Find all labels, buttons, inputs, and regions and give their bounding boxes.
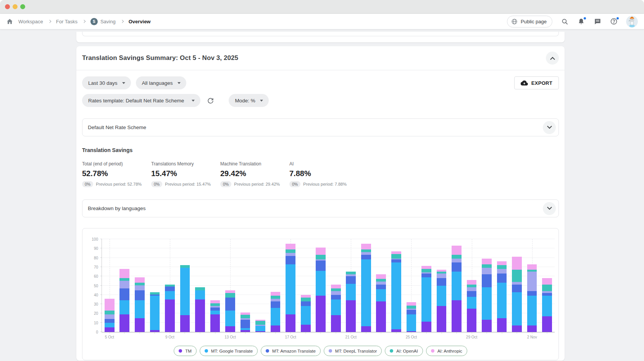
breadcrumb-overview[interactable]: Overview — [129, 19, 151, 24]
bar-segment-ai-anthropic[interactable] — [361, 244, 371, 249]
bar-segment-tm[interactable] — [391, 329, 401, 332]
export-button[interactable]: EXPORT — [514, 76, 559, 89]
bar-segment-tm[interactable] — [512, 325, 522, 332]
bar-segment-ai-openai[interactable] — [452, 255, 462, 259]
bar-segment-tm[interactable] — [482, 320, 492, 332]
bar-segment-ai-openai[interactable] — [210, 303, 220, 306]
chat-icon[interactable] — [593, 17, 602, 26]
bar-segment-tm[interactable] — [452, 300, 462, 332]
bar-segment-ai-anthropic[interactable] — [316, 248, 326, 255]
bar-segment-mt-google-translate[interactable] — [361, 259, 371, 326]
bar-segment-mt-amazon-translate[interactable] — [391, 259, 401, 262]
bar-segment-mt-amazon-translate[interactable] — [542, 293, 552, 296]
bar-segment-tm[interactable] — [437, 306, 447, 332]
bar-segment-ai-anthropic[interactable] — [286, 244, 295, 249]
bar-segment-ai-openai[interactable] — [512, 270, 522, 282]
bar-segment-mt-amazon-translate[interactable] — [346, 276, 356, 283]
bar-segment-mt-amazon-translate[interactable] — [376, 285, 386, 289]
bar-segment-ai-anthropic[interactable] — [482, 259, 492, 264]
breadcrumb-saving[interactable]: S Saving — [90, 18, 116, 25]
bar-segment-ai-anthropic[interactable] — [391, 251, 401, 254]
bar-segment-ai-anthropic[interactable] — [225, 290, 235, 293]
bar-segment-ai-openai[interactable] — [497, 265, 507, 269]
bar-segment-ai-anthropic[interactable] — [467, 280, 477, 285]
bar-segment-mt-google-translate[interactable] — [376, 289, 386, 301]
bar-segment-tm[interactable] — [301, 325, 311, 332]
bar-segment-ai-openai[interactable] — [407, 306, 416, 309]
bar-segment-mt-google-translate[interactable] — [180, 268, 190, 315]
bar-segment-mt-deepl-translator[interactable] — [437, 274, 447, 278]
bar-segment-mt-google-translate[interactable] — [316, 271, 326, 296]
bar-segment-ai-anthropic[interactable] — [105, 299, 115, 311]
bar-segment-mt-google-translate[interactable] — [527, 296, 537, 325]
bar-segment-mt-amazon-translate[interactable] — [286, 256, 295, 264]
bar-segment-mt-amazon-translate[interactable] — [361, 255, 371, 259]
bar-segment-mt-amazon-translate[interactable] — [407, 310, 416, 314]
bar-segment-mt-deepl-translator[interactable] — [105, 314, 115, 319]
bar-segment-mt-deepl-translator[interactable] — [271, 299, 281, 301]
bar-segment-mt-google-translate[interactable] — [542, 296, 552, 316]
bar-segment-mt-google-translate[interactable] — [255, 326, 265, 331]
bar-segment-mt-amazon-translate[interactable] — [210, 308, 220, 311]
bar-segment-tm[interactable] — [240, 330, 250, 332]
bar-segment-mt-google-translate[interactable] — [135, 300, 145, 318]
bar-segment-ai-anthropic[interactable] — [407, 302, 416, 306]
bar-segment-mt-deepl-translator[interactable] — [119, 281, 129, 288]
bar-segment-ai-openai[interactable] — [301, 298, 311, 301]
search-icon[interactable] — [560, 17, 569, 26]
notifications-bell-icon[interactable] — [577, 17, 585, 26]
mode-dropdown[interactable]: Mode: % — [229, 94, 268, 107]
legend-item-mt-google-translate[interactable]: MT: Google Translate — [200, 346, 258, 356]
bar-segment-mt-deepl-translator[interactable] — [512, 282, 522, 285]
bar-segment-ai-openai[interactable] — [105, 311, 115, 314]
bar-segment-mt-google-translate[interactable] — [437, 286, 447, 306]
bar-segment-ai-anthropic[interactable] — [452, 246, 462, 255]
bar-segment-mt-amazon-translate[interactable] — [437, 278, 447, 285]
bar-segment-mt-amazon-translate[interactable] — [240, 320, 250, 328]
legend-item-tm[interactable]: TM — [174, 346, 197, 356]
bar-segment-ai-anthropic[interactable] — [271, 292, 281, 296]
public-page-button[interactable]: Public page — [507, 16, 552, 28]
expand-rate-scheme-button[interactable] — [543, 121, 556, 134]
bar-segment-ai-anthropic[interactable] — [497, 261, 507, 265]
bar-segment-ai-anthropic[interactable] — [210, 300, 220, 303]
bar-segment-mt-deepl-translator[interactable] — [527, 272, 537, 291]
bar-segment-mt-google-translate[interactable] — [150, 296, 160, 330]
bar-segment-mt-deepl-translator[interactable] — [135, 285, 145, 290]
bar-segment-tm[interactable] — [497, 318, 507, 332]
bar-segment-mt-deepl-translator[interactable] — [361, 252, 371, 255]
bar-segment-mt-deepl-translator[interactable] — [331, 291, 341, 295]
breadcrumb-workspace[interactable]: Workspace — [18, 19, 43, 24]
bar-segment-ai-anthropic[interactable] — [512, 257, 522, 270]
bar-segment-ai-openai[interactable] — [467, 285, 477, 287]
bar-segment-mt-google-translate[interactable] — [286, 264, 295, 314]
bar-segment-mt-google-translate[interactable] — [452, 272, 462, 300]
bar-segment-tm[interactable] — [150, 330, 160, 332]
bar-segment-ai-anthropic[interactable] — [421, 266, 431, 269]
bar-segment-ai-openai[interactable] — [135, 283, 145, 285]
collapse-section-button[interactable] — [546, 52, 559, 65]
bar-segment-mt-google-translate[interactable] — [301, 306, 311, 325]
expand-breakdown-button[interactable] — [543, 202, 556, 215]
user-avatar[interactable] — [626, 16, 638, 28]
bar-segment-ai-openai[interactable] — [316, 255, 326, 259]
bar-segment-tm[interactable] — [180, 315, 190, 332]
bar-segment-mt-amazon-translate[interactable] — [421, 274, 431, 277]
bar-segment-ai-openai[interactable] — [180, 265, 190, 268]
bar-segment-mt-google-translate[interactable] — [467, 297, 477, 309]
close-window-button[interactable] — [5, 4, 10, 9]
bar-segment-ai-openai[interactable] — [482, 264, 492, 268]
bar-segment-ai-openai[interactable] — [119, 278, 129, 281]
bar-segment-ai-openai[interactable] — [391, 254, 401, 259]
bar-segment-mt-amazon-translate[interactable] — [527, 291, 537, 296]
bar-segment-ai-openai[interactable] — [255, 321, 265, 325]
legend-item-mt-amazon-translate[interactable]: MT: Amazon Translate — [261, 346, 321, 356]
bar-segment-tm[interactable] — [467, 309, 477, 332]
bar-segment-mt-google-translate[interactable] — [119, 300, 129, 314]
bar-segment-tm[interactable] — [542, 316, 552, 332]
bar-segment-mt-google-translate[interactable] — [482, 287, 492, 320]
refresh-button[interactable] — [205, 96, 215, 105]
bar-segment-tm[interactable] — [407, 331, 416, 332]
zoom-window-button[interactable] — [20, 4, 25, 9]
bar-segment-mt-amazon-translate[interactable] — [271, 301, 281, 308]
